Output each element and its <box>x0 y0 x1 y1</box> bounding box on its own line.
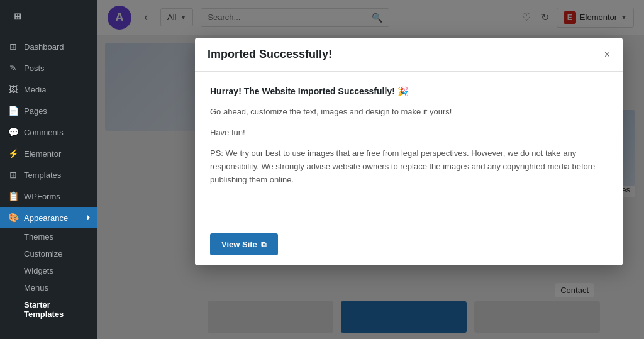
dashboard-icon: ⊞ <box>8 41 19 52</box>
modal-close-button[interactable]: × <box>604 50 610 60</box>
sidebar-item-label: Posts <box>24 64 45 73</box>
modal-footer: View Site ⧉ <box>195 223 623 265</box>
templates-icon: ⊞ <box>8 169 19 181</box>
sidebar-sub-customize[interactable]: Customize <box>0 245 97 262</box>
wp-logo-icon: ⊞ <box>8 6 28 26</box>
widgets-label: Widgets <box>24 266 53 275</box>
sidebar-item-label: Comments <box>24 128 64 137</box>
sidebar: ⊞ ⊞ Dashboard ✎ Posts 🖼 Media 📄 Pages 💬 … <box>0 0 97 339</box>
success-modal: Imported Successfully! × Hurray! The Web… <box>195 38 623 265</box>
sidebar-item-appearance[interactable]: 🎨 Appearance <box>0 207 97 228</box>
view-site-label: View Site <box>221 240 257 249</box>
comments-icon: 💬 <box>8 126 19 138</box>
sidebar-item-elementor[interactable]: ⚡ Elementor <box>0 143 97 164</box>
sidebar-item-label: Appearance <box>24 213 68 223</box>
sidebar-item-label: Dashboard <box>24 42 64 52</box>
modal-header: Imported Successfully! × <box>195 38 623 72</box>
sidebar-item-label: Templates <box>24 170 61 180</box>
modal-paragraph1: Go ahead, customize the text, images and… <box>210 106 608 119</box>
view-site-button[interactable]: View Site ⧉ <box>210 233 278 255</box>
modal-paragraph2: Have fun! <box>210 126 608 140</box>
appearance-icon: 🎨 <box>8 212 19 223</box>
external-link-icon: ⧉ <box>261 240 267 249</box>
sidebar-item-label: Media <box>24 85 46 94</box>
posts-icon: ✎ <box>8 62 19 74</box>
sidebar-sub-menus[interactable]: Menus <box>0 279 97 296</box>
sidebar-item-label: Elementor <box>24 149 61 158</box>
chevron-right-icon <box>87 214 90 221</box>
modal-body: Hurray! The Website Imported Successfull… <box>195 72 623 223</box>
sidebar-sub-themes[interactable]: Themes <box>0 228 97 245</box>
starter-templates-label: Starter Templates <box>24 300 64 319</box>
modal-title: Imported Successfully! <box>208 48 332 61</box>
sidebar-item-wpforms[interactable]: 📋 WPForms <box>0 186 97 207</box>
sidebar-item-templates[interactable]: ⊞ Templates <box>0 164 97 186</box>
sidebar-item-dashboard[interactable]: ⊞ Dashboard <box>0 36 97 57</box>
sidebar-item-comments[interactable]: 💬 Comments <box>0 121 97 143</box>
modal-headline: Hurray! The Website Imported Successfull… <box>210 84 608 98</box>
customize-label: Customize <box>24 249 62 258</box>
sidebar-item-posts[interactable]: ✎ Posts <box>0 57 97 79</box>
sidebar-item-pages[interactable]: 📄 Pages <box>0 100 97 121</box>
wpforms-icon: 📋 <box>8 191 19 202</box>
sidebar-item-label: Pages <box>24 106 47 116</box>
themes-label: Themes <box>24 232 53 242</box>
sidebar-item-media[interactable]: 🖼 Media <box>0 79 97 100</box>
main-content: A ‹ All ▼ 🔍 ♡ ↻ E Elementor ▼ <box>97 0 644 339</box>
modal-paragraph3: PS: We try our best to use images that a… <box>210 147 608 186</box>
sidebar-sub-widgets[interactable]: Widgets <box>0 262 97 279</box>
pages-icon: 📄 <box>8 105 19 116</box>
sidebar-item-label: WPForms <box>24 192 60 201</box>
sidebar-sub-starter-templates[interactable]: Starter Templates <box>0 296 97 323</box>
menus-label: Menus <box>24 283 48 292</box>
elementor-icon: ⚡ <box>8 148 19 159</box>
media-icon: 🖼 <box>8 84 19 95</box>
